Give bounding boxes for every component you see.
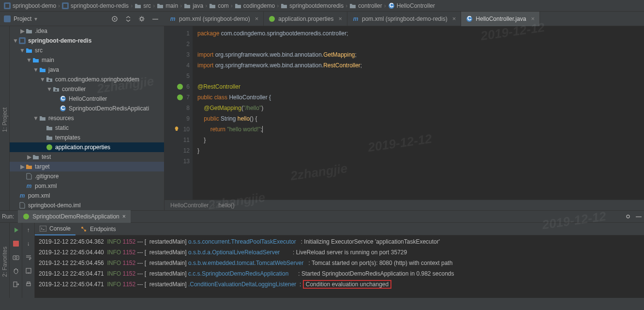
editor-tab[interactable]: application.properties× (264, 12, 347, 26)
tree-item[interactable]: static (10, 123, 164, 133)
tree-item[interactable]: ▼com.codingdemo.springbootdem (10, 75, 164, 84)
wrap-icon[interactable] (23, 252, 34, 263)
tree-item[interactable]: application.properties (10, 142, 164, 152)
expand-glyph[interactable]: ▶ (26, 154, 32, 160)
hide-run-icon[interactable]: — (633, 211, 644, 222)
close-icon[interactable]: × (452, 15, 456, 22)
expand-glyph[interactable]: ▼ (40, 76, 45, 83)
tree-item[interactable]: ▶test (10, 152, 164, 162)
side-tab-project[interactable]: 1: Project (0, 105, 9, 135)
tab-endpoints[interactable]: Endpoints (75, 223, 120, 235)
svg-point-20 (55, 89, 57, 91)
expand-glyph[interactable]: ▶ (19, 163, 25, 170)
exit-icon[interactable] (11, 279, 21, 290)
expand-glyph[interactable]: ▼ (46, 86, 52, 93)
tree-item[interactable]: ▶.idea (10, 26, 164, 36)
tree-item[interactable]: ▼src (10, 46, 164, 55)
project-tree[interactable]: ▶.idea▼springboot-demo-redis▼src▼main▼ja… (10, 26, 165, 210)
breadcrumb-item[interactable]: main (157, 2, 178, 9)
bulb-icon[interactable] (174, 126, 180, 133)
rerun-icon[interactable] (11, 225, 21, 235)
editor-tab[interactable]: CHelloController.java× (461, 12, 540, 26)
side-tab-structure[interactable]: 2: Structure (0, 244, 0, 279)
tree-item[interactable]: .gitignore (10, 171, 164, 181)
breadcrumb-item[interactable]: CHelloController (388, 2, 435, 9)
run-config-tab[interactable]: SpringbootDemoRedisApplication × (18, 210, 130, 223)
scroll-icon[interactable] (23, 265, 34, 276)
expand-glyph[interactable]: ▼ (13, 37, 18, 44)
tree-item[interactable]: ▼resources (10, 113, 164, 123)
log-line: 2019-12-12 22:45:04.440 INFO 1152 --- [ … (39, 247, 640, 258)
tree-item[interactable]: ▼java (10, 65, 164, 75)
locate-icon[interactable] (109, 14, 120, 24)
tree-item[interactable]: templates (10, 133, 164, 142)
svg-point-36 (15, 257, 16, 259)
close-icon[interactable]: × (255, 15, 259, 22)
breadcrumb-item[interactable]: springboot-demo (4, 2, 56, 9)
expand-glyph[interactable]: ▼ (19, 47, 25, 54)
expand-glyph[interactable]: ▶ (19, 28, 25, 34)
folder-icon (32, 153, 40, 161)
editor-content[interactable]: package com.codingdemo.springbootdemored… (193, 26, 644, 200)
svg-text:m: m (170, 16, 176, 22)
close-icon[interactable]: × (531, 15, 535, 22)
editor-breadcrumb[interactable]: HelloController › hello() (165, 200, 644, 210)
hide-tool-icon[interactable]: — (150, 14, 161, 24)
expand-glyph[interactable]: ▼ (33, 115, 39, 122)
breadcrumb-item[interactable]: com (209, 2, 229, 9)
editor-gutter: 12345678910111213 (165, 26, 193, 200)
tree-item[interactable]: CHelloController (10, 94, 164, 104)
tree-item[interactable]: ▼main (10, 55, 164, 65)
editor-tab[interactable]: mpom.xml (springboot-demo)× (165, 12, 264, 26)
close-icon[interactable]: × (122, 213, 126, 220)
tree-item[interactable]: ▼springboot-demo-redis (10, 36, 164, 46)
console-output[interactable]: 2019-12-12 22:45:04.362 INFO 1152 --- [ … (35, 235, 644, 298)
svg-point-12 (269, 16, 275, 22)
spring-icon (23, 213, 30, 220)
run-side-toolbar-2: ↑ ↓ (22, 223, 35, 298)
tree-item[interactable]: mpom.xml (10, 181, 164, 191)
svg-rect-40 (27, 283, 30, 286)
editor-tab[interactable]: mpom.xml (springboot-demo-redis)× (347, 12, 461, 26)
breadcrumb-item[interactable]: src (135, 2, 151, 9)
settings-gear-icon[interactable] (136, 14, 147, 24)
down-icon[interactable]: ↓ (23, 238, 34, 249)
tree-item-label: .idea (35, 28, 47, 34)
up-icon[interactable]: ↑ (23, 225, 34, 235)
breadcrumb-item[interactable]: springboot-demo-redis (62, 2, 129, 9)
close-icon[interactable]: × (338, 15, 342, 22)
crumb-method[interactable]: hello() (218, 202, 234, 209)
module-icon (62, 2, 69, 9)
gutter-annotation-icon[interactable] (177, 83, 183, 90)
project-tool-dropdown[interactable]: Project ▾ (4, 16, 106, 22)
debug-icon[interactable] (11, 265, 21, 276)
run-config-label: SpringbootDemoRedisApplication (32, 213, 119, 220)
breadcrumb-item[interactable]: java (184, 2, 203, 9)
chevron-right-icon: › (345, 2, 347, 9)
expand-all-icon[interactable] (123, 14, 134, 24)
tree-item[interactable]: ▼controller (10, 84, 164, 94)
folder-icon (184, 2, 191, 9)
gutter-annotation-icon[interactable] (177, 94, 183, 101)
tab-label: HelloController.java (476, 16, 526, 22)
tree-item[interactable]: mpom.xml (10, 191, 164, 201)
stop-icon[interactable] (11, 238, 21, 249)
svg-text:C: C (389, 2, 393, 9)
expand-glyph[interactable]: ▼ (26, 57, 32, 63)
breadcrumb-item[interactable]: springbootdemoredis (281, 2, 344, 9)
tree-item[interactable]: springboot-demo.iml (10, 201, 164, 210)
module-icon (18, 37, 26, 45)
crumb-class[interactable]: HelloController (170, 202, 209, 209)
tree-item[interactable]: ▶target (10, 162, 164, 171)
camera-icon[interactable] (11, 252, 21, 263)
breadcrumb-item[interactable]: codingdemo (235, 2, 275, 9)
print-icon[interactable] (23, 279, 34, 290)
top-toolbar: Project ▾ — mpom.xml (springboot-demo)×a… (0, 12, 644, 26)
side-tab-favorites[interactable]: 2: Favorites (0, 244, 9, 280)
editor-tabs: mpom.xml (springboot-demo)×application.p… (165, 12, 540, 26)
run-settings-gear-icon[interactable] (623, 211, 633, 222)
expand-glyph[interactable]: ▼ (33, 66, 39, 73)
tab-console[interactable]: Console (35, 223, 75, 235)
tree-item[interactable]: CSpringbootDemoRedisApplicati (10, 104, 164, 113)
breadcrumb-item[interactable]: controller (349, 2, 382, 9)
